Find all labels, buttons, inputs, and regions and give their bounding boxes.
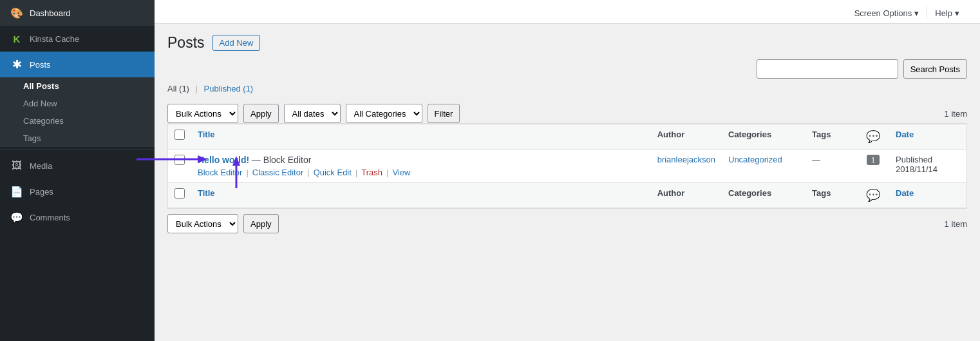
page-title: Posts [167, 34, 205, 52]
kinsta-icon: K [10, 32, 23, 45]
sidebar: 🎨 Dashboard K Kinsta Cache ✱ Posts All P… [0, 0, 155, 341]
item-count-bottom: 1 item [945, 219, 967, 229]
tags-value: — [812, 155, 820, 164]
top-toolbar: Bulk Actions Apply All dates All Categor… [167, 99, 967, 123]
select-all-checkbox[interactable] [174, 130, 185, 140]
sidebar-item-label: Kinsta Cache [30, 34, 79, 44]
row-comments-cell: 1 [857, 150, 889, 183]
row-date-cell: Published 2018/11/14 [889, 150, 966, 183]
sidebar-sub-item-add-new[interactable]: Add New [0, 95, 155, 112]
sidebar-item-kinsta[interactable]: K Kinsta Cache [0, 26, 155, 52]
sidebar-item-media[interactable]: 🖼 Media [0, 153, 155, 179]
all-posts-label: All Posts [23, 81, 59, 91]
sidebar-sub-posts: All Posts Add New Categories Tags [0, 77, 155, 147]
sidebar-item-label: Posts [30, 60, 51, 70]
sidebar-item-label: Pages [30, 187, 53, 197]
apply-button-top[interactable]: Apply [243, 104, 279, 123]
table-row: Hello world! — Block Editor Block Editor… [168, 150, 966, 183]
categories-label: Categories [23, 116, 64, 126]
filter-tabs: All (1) | Published (1) [167, 84, 967, 93]
screen-options-button[interactable]: Screen Options ▾ [847, 5, 927, 22]
sidebar-sub-item-categories[interactable]: Categories [0, 112, 155, 130]
search-posts-button[interactable]: Search Posts [903, 59, 967, 79]
search-input[interactable] [757, 59, 898, 79]
help-label: Help [935, 8, 952, 18]
row-title-cell: Hello world! — Block Editor Block Editor… [191, 150, 651, 183]
comments-icon: 💬 [10, 211, 23, 224]
row-author-cell: brianleejackson [651, 150, 722, 183]
post-title-link[interactable]: Hello world! [198, 155, 249, 165]
sidebar-item-posts[interactable]: ✱ Posts [0, 52, 155, 77]
filter-tab-published[interactable]: Published (1) [204, 84, 254, 93]
content-area: Posts Add New Search Posts All (1) | Pub… [155, 24, 980, 341]
bulk-actions-select-bottom[interactable]: Bulk Actions [167, 214, 238, 233]
filter-button[interactable]: Filter [428, 104, 460, 123]
th-tags-bottom: Tags [806, 183, 857, 208]
screen-options-chevron-icon: ▾ [914, 8, 919, 18]
th-title-bottom[interactable]: Title [191, 183, 651, 208]
add-new-button[interactable]: Add New [212, 35, 261, 51]
sidebar-sub-item-tags[interactable]: Tags [0, 130, 155, 147]
bulk-actions-select-top[interactable]: Bulk Actions [167, 104, 238, 123]
th-date[interactable]: Date [889, 124, 966, 150]
row-categories-cell: Uncategorized [722, 150, 806, 183]
sidebar-item-dashboard[interactable]: 🎨 Dashboard [0, 0, 155, 26]
sidebar-item-label: Media [30, 161, 52, 171]
th-categories: Categories [722, 124, 806, 150]
posts-table: Title Author Categories Tags 💬 [168, 124, 966, 208]
row-actions: Block Editor | Classic Editor | Quick Ed… [198, 168, 645, 177]
table-header-row: Title Author Categories Tags 💬 [168, 124, 966, 150]
tags-label: Tags [23, 133, 41, 143]
trash-link[interactable]: Trash [361, 168, 382, 177]
classic-editor-link[interactable]: Classic Editor [252, 168, 303, 177]
author-link[interactable]: brianleejackson [657, 155, 715, 164]
add-new-label: Add New [23, 99, 57, 108]
th-categories-bottom: Categories [722, 183, 806, 208]
sidebar-item-comments[interactable]: 💬 Comments [0, 204, 155, 230]
item-count-top: 1 item [945, 109, 967, 119]
search-row: Search Posts [167, 59, 967, 79]
th-author: Author [651, 124, 722, 150]
sidebar-separator [0, 150, 155, 150]
comment-count-badge: 1 [867, 155, 880, 165]
dates-filter-select[interactable]: All dates [284, 104, 341, 123]
comment-bubble-icon-bottom: 💬 [866, 189, 880, 202]
dashboard-icon: 🎨 [10, 6, 23, 19]
quick-edit-link[interactable]: Quick Edit [314, 168, 352, 177]
sidebar-sub-item-all-posts[interactable]: All Posts [0, 77, 155, 95]
bottom-toolbar: Bulk Actions Apply 1 item [167, 209, 967, 239]
posts-table-wrapper: Title Author Categories Tags 💬 [167, 123, 967, 209]
post-title-suffix: — Block Editor [252, 155, 312, 165]
apply-button-bottom[interactable]: Apply [243, 214, 279, 233]
screen-options-label: Screen Options [854, 8, 912, 18]
select-all-checkbox-bottom[interactable] [174, 188, 185, 199]
page-title-row: Posts Add New [167, 34, 967, 52]
th-author-bottom: Author [651, 183, 722, 208]
posts-icon: ✱ [10, 58, 23, 71]
filter-sep: | [196, 84, 198, 93]
th-title[interactable]: Title [191, 124, 651, 150]
th-checkbox [168, 124, 191, 150]
sidebar-item-label: Comments [30, 213, 70, 222]
media-icon: 🖼 [10, 159, 23, 172]
th-tags: Tags [806, 124, 857, 150]
main-content: Screen Options ▾ Help ▾ Posts Add New Se… [155, 0, 980, 341]
sidebar-item-label: Dashboard [30, 8, 71, 18]
post-title-row: Hello world! — Block Editor [198, 155, 645, 165]
filter-tab-all[interactable]: All (1) [167, 84, 189, 93]
comment-bubble-icon: 💬 [866, 130, 880, 143]
sidebar-item-pages[interactable]: 📄 Pages [0, 179, 155, 204]
category-link[interactable]: Uncategorized [728, 155, 782, 164]
row-checkbox[interactable] [174, 155, 185, 165]
th-comments-bottom: 💬 [857, 183, 889, 208]
help-button[interactable]: Help ▾ [927, 5, 967, 22]
help-chevron-icon: ▾ [955, 8, 959, 18]
table-footer-header-row: Title Author Categories Tags 💬 [168, 183, 966, 208]
block-editor-link[interactable]: Block Editor [198, 168, 242, 177]
th-date-bottom[interactable]: Date [889, 183, 966, 208]
topbar: Screen Options ▾ Help ▾ [155, 0, 980, 24]
row-tags-cell: — [806, 150, 857, 183]
view-link[interactable]: View [392, 168, 410, 177]
categories-filter-select[interactable]: All Categories [346, 104, 422, 123]
pages-icon: 📄 [10, 185, 23, 198]
